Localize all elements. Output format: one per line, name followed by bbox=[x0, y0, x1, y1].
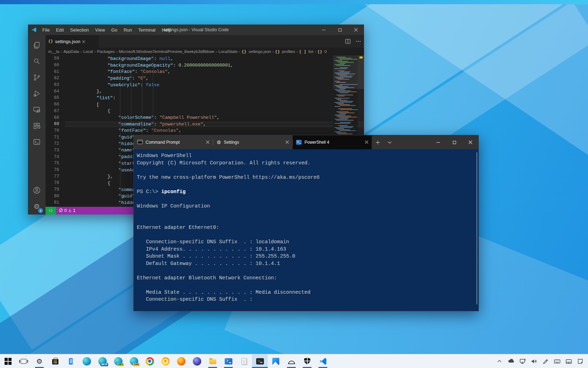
tab-close-button[interactable] bbox=[82, 39, 85, 44]
tray-touchpad[interactable] bbox=[563, 354, 574, 368]
minimize-button[interactable] bbox=[316, 25, 332, 35]
minimap-line bbox=[340, 114, 346, 114]
minimap-line bbox=[340, 122, 351, 123]
search-icon[interactable] bbox=[28, 53, 45, 69]
run-debug-icon[interactable] bbox=[28, 86, 45, 102]
minimap-line bbox=[338, 104, 350, 105]
taskbar-windows-security[interactable] bbox=[299, 354, 315, 368]
menu-go[interactable]: Go bbox=[108, 26, 120, 34]
taskbar-vscode[interactable] bbox=[315, 354, 331, 368]
tab-command-prompt[interactable]: Command Prompt bbox=[134, 135, 213, 149]
tab-close-button[interactable] bbox=[206, 140, 209, 145]
touchpad-icon bbox=[565, 357, 573, 365]
taskbar-file-explorer[interactable] bbox=[205, 354, 220, 368]
close-button[interactable] bbox=[462, 135, 478, 149]
terminal-line: Try the new cross-platform PowerShell ht… bbox=[137, 174, 478, 181]
tray-touch-keyboard[interactable] bbox=[551, 354, 563, 368]
account-icon[interactable] bbox=[28, 182, 45, 198]
breadcrumb-item[interactable]: m__la bbox=[48, 49, 59, 54]
breadcrumb-item[interactable]: AppData bbox=[63, 49, 79, 54]
tab-label: PowerShell 4 bbox=[304, 140, 362, 145]
extensions-icon[interactable] bbox=[28, 118, 45, 134]
taskbar-photos[interactable] bbox=[268, 354, 284, 368]
breadcrumb-item[interactable]: [ ] list bbox=[299, 49, 313, 54]
breadcrumb-item[interactable]: {} profiles bbox=[275, 49, 295, 54]
breadcrumb-item[interactable]: LocalState bbox=[218, 49, 237, 54]
taskbar-edge[interactable] bbox=[79, 354, 94, 368]
problems-status[interactable]: 0 ⚠ 1 bbox=[59, 208, 75, 213]
tab-close-button[interactable] bbox=[365, 140, 368, 145]
taskbar-chrome-canary[interactable] bbox=[158, 354, 173, 368]
gear-icon: ⚙ bbox=[217, 140, 221, 145]
terminal-line bbox=[137, 166, 478, 174]
menu-edit[interactable]: Edit bbox=[53, 26, 66, 34]
breadcrumb[interactable]: m__la›AppData›Local›Packages›Microsoft.W… bbox=[46, 48, 364, 55]
terminal-line: Media State . . . . . . . . . . . : Medi… bbox=[137, 289, 478, 296]
menu-file[interactable]: File bbox=[40, 26, 52, 34]
taskbar-notepad[interactable] bbox=[236, 354, 252, 368]
tray-volume[interactable] bbox=[528, 354, 540, 368]
taskbar-protractor-app[interactable] bbox=[284, 354, 299, 368]
task-view-button[interactable] bbox=[16, 354, 31, 368]
tray-action-center[interactable] bbox=[574, 354, 586, 368]
terminal-output[interactable]: Windows PowerShellCopyright (C) Microsof… bbox=[134, 149, 478, 311]
taskbar-microsoft-store[interactable] bbox=[47, 354, 63, 368]
breadcrumb-item[interactable]: Packages bbox=[97, 49, 115, 54]
taskbar-settings[interactable]: ⚙ bbox=[31, 354, 47, 368]
tray-network[interactable] bbox=[517, 354, 528, 368]
more-actions-icon[interactable] bbox=[356, 39, 361, 44]
vscode-menu-bar: File Edit Selection View Go Run Terminal… bbox=[40, 26, 174, 34]
taskbar-chrome[interactable] bbox=[142, 354, 158, 368]
editor-scrollbar-thumb[interactable] bbox=[358, 55, 364, 89]
start-button[interactable] bbox=[0, 354, 16, 368]
vscode-title-bar[interactable]: File Edit Selection View Go Run Terminal… bbox=[28, 25, 364, 35]
menu-run[interactable]: Run bbox=[121, 26, 135, 34]
maximize-button[interactable] bbox=[446, 135, 462, 149]
taskbar-firefox[interactable] bbox=[173, 354, 189, 368]
source-control-icon[interactable] bbox=[28, 69, 45, 86]
explorer-icon[interactable] bbox=[28, 37, 45, 53]
terminal-scrollbar[interactable] bbox=[476, 152, 477, 305]
menu-terminal[interactable]: Terminal bbox=[135, 26, 158, 34]
remote-indicator[interactable] bbox=[46, 207, 56, 214]
taskbar-powershell[interactable] bbox=[220, 354, 236, 368]
remote-explorer-icon[interactable] bbox=[28, 102, 45, 118]
indent-guide bbox=[131, 55, 131, 207]
menu-help[interactable]: Help bbox=[159, 26, 174, 34]
minimize-button[interactable] bbox=[430, 135, 446, 149]
tray-windows-ink[interactable] bbox=[540, 354, 551, 368]
taskbar-edge-canary[interactable]: CAN bbox=[126, 354, 142, 368]
menu-selection[interactable]: Selection bbox=[67, 26, 91, 34]
tray-onedrive[interactable] bbox=[505, 354, 517, 368]
taskbar-your-phone[interactable] bbox=[63, 354, 79, 368]
line-number: 69 bbox=[46, 122, 65, 127]
tab-powershell-4[interactable]: PowerShell 4 bbox=[293, 135, 372, 149]
settings-gear-icon[interactable]: ⚙ 1 bbox=[28, 198, 45, 214]
new-tab-button[interactable] bbox=[372, 135, 384, 149]
maximize-button[interactable] bbox=[332, 25, 348, 35]
tab-dropdown-button[interactable] bbox=[384, 135, 396, 149]
breadcrumb-item[interactable]: {} 0 bbox=[317, 49, 327, 54]
split-editor-icon[interactable] bbox=[345, 39, 351, 44]
minimap-line bbox=[335, 102, 352, 103]
breadcrumb-item[interactable]: {} settings.json bbox=[241, 49, 271, 54]
terminal-panel-icon[interactable] bbox=[28, 134, 45, 150]
tab-settings-json[interactable]: {} settings.json bbox=[46, 35, 99, 48]
taskbar-edge-dev[interactable]: DEV bbox=[110, 354, 126, 368]
network-icon bbox=[519, 357, 526, 365]
breadcrumb-item[interactable]: Microsoft.WindowsTerminalPreview_8wekyb3… bbox=[119, 49, 214, 54]
taskbar-windows-terminal[interactable] bbox=[252, 354, 268, 368]
code-line: 67{ bbox=[46, 108, 364, 115]
minimap-line bbox=[336, 116, 351, 116]
taskbar-firefox-nightly[interactable] bbox=[189, 354, 205, 368]
tab-settings[interactable]: ⚙ Settings bbox=[213, 135, 292, 149]
breadcrumb-item[interactable]: Local bbox=[83, 49, 93, 54]
close-button[interactable] bbox=[348, 25, 364, 35]
taskbar-edge-beta[interactable]: BETA bbox=[94, 354, 110, 368]
tray-show-hidden-icons[interactable] bbox=[493, 354, 505, 368]
tab-close-button[interactable] bbox=[286, 140, 289, 145]
menu-view[interactable]: View bbox=[92, 26, 108, 34]
terminal-tab-bar[interactable]: Command Prompt ⚙ Settings PowerShell 4 bbox=[134, 135, 478, 149]
terminal-line: Ethernet adapter Bluetooth Network Conne… bbox=[137, 274, 478, 282]
chevron-up-icon bbox=[496, 357, 503, 365]
